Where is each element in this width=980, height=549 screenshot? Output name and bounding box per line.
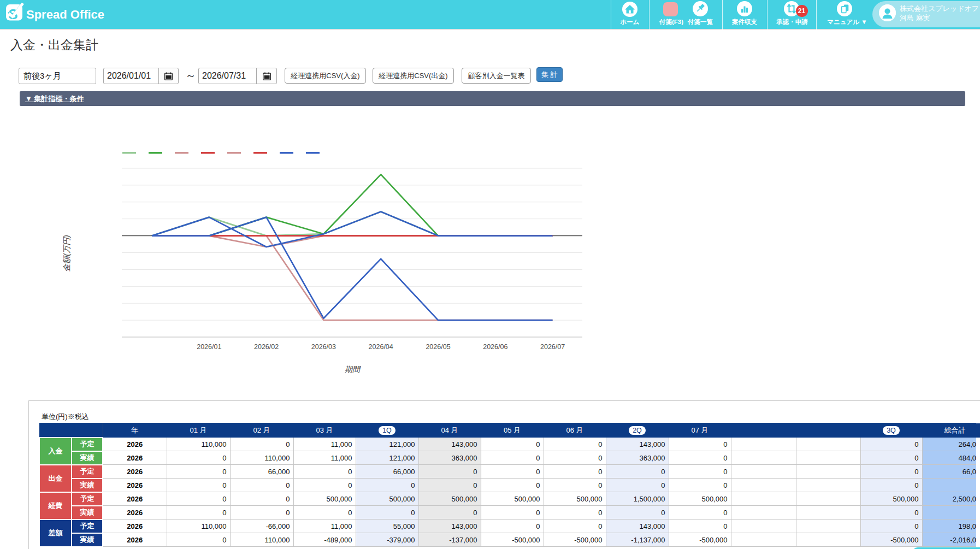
svg-text:2026/01: 2026/01 [197,343,221,351]
svg-text:2026/06: 2026/06 [483,343,507,351]
svg-text:期間: 期間 [345,365,361,374]
svg-text:2026/05: 2026/05 [426,343,450,351]
svg-text:2026/04: 2026/04 [369,343,393,351]
svg-text:2026/07: 2026/07 [540,343,565,351]
svg-text:2026/02: 2026/02 [254,343,279,351]
svg-text:2026/03: 2026/03 [311,343,336,351]
svg-text:金額(万円): 金額(万円) [62,235,71,272]
